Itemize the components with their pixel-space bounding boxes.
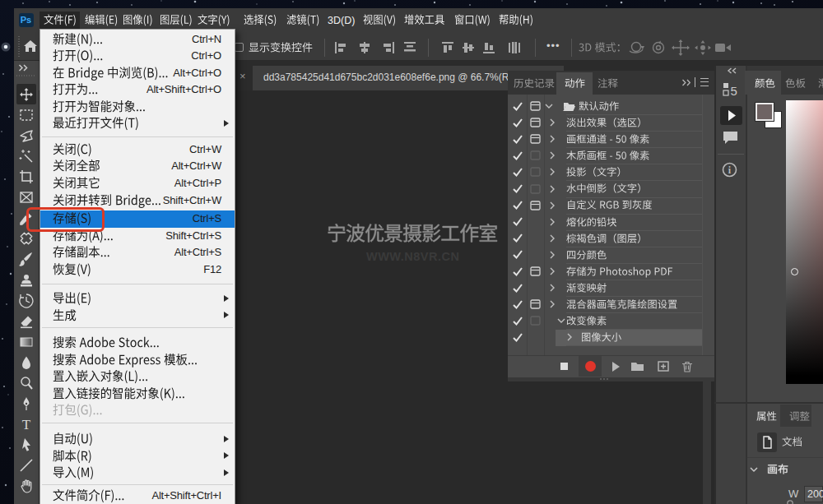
svg-text:T: T (22, 417, 31, 432)
svg-text:i: i (728, 164, 732, 176)
svg-text:5: 5 (731, 84, 737, 97)
